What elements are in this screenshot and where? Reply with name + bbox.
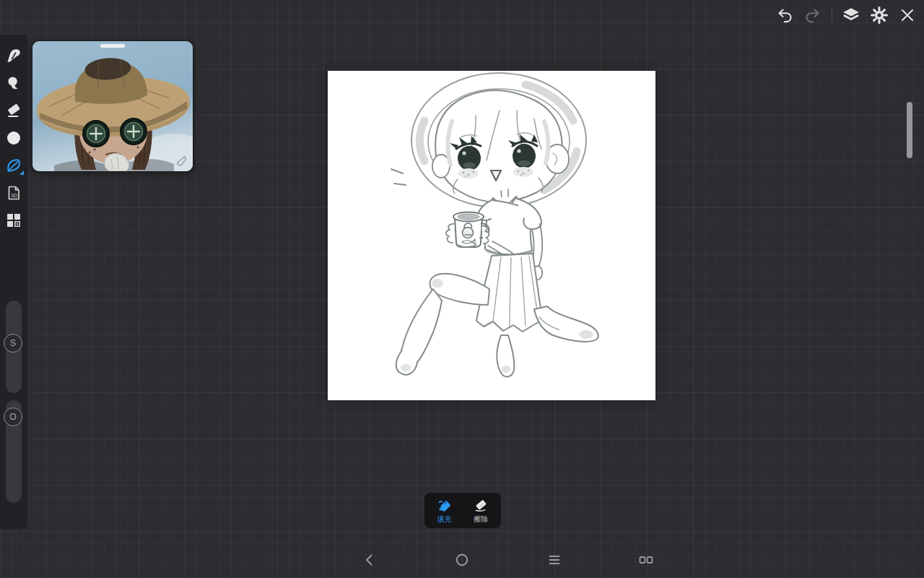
tool-materials[interactable] — [0, 207, 27, 234]
reference-photo — [32, 41, 193, 171]
recents-lines-icon — [547, 553, 562, 567]
top-bar — [775, 4, 917, 26]
tool-pen[interactable] — [0, 42, 27, 69]
document-3d-icon: 3D — [5, 184, 22, 202]
erase-mode-icon — [473, 498, 489, 514]
tool-fill[interactable] — [0, 152, 27, 179]
close-icon — [899, 7, 915, 23]
line-art-illustration — [328, 71, 655, 400]
eraser-icon — [5, 102, 22, 119]
split-screen-icon — [638, 553, 654, 567]
opacity-knob[interactable]: O — [4, 407, 22, 426]
tool-import-3d[interactable]: 3D — [0, 179, 27, 207]
top-bar-divider — [832, 9, 832, 21]
reference-image-panel[interactable] — [32, 40, 193, 172]
fill-mode-button[interactable]: 填充 — [428, 495, 461, 527]
tool-eraser[interactable] — [0, 97, 27, 124]
brush-size-slider[interactable]: S — [6, 301, 22, 393]
pen-nib-icon — [5, 47, 22, 64]
grid-squares-icon — [5, 212, 22, 229]
drawing-canvas[interactable] — [328, 71, 655, 400]
nav-recents-button[interactable] — [542, 548, 567, 572]
erase-mode-label: 擦除 — [474, 515, 488, 523]
fill-mode-label: 填充 — [437, 515, 452, 523]
redo-icon — [804, 7, 821, 24]
settings-button[interactable] — [870, 6, 889, 25]
opacity-slider[interactable]: O — [6, 400, 22, 503]
opacity-knob-label: O — [9, 412, 16, 422]
tool-3d-label: 3D — [11, 193, 17, 198]
nav-home-button[interactable] — [450, 548, 474, 572]
smudge-icon — [5, 74, 22, 92]
layers-icon — [842, 6, 860, 25]
redo-button[interactable] — [803, 6, 822, 25]
brush-size-knob[interactable]: S — [4, 334, 22, 353]
fill-options-toolbar: 填充 擦除 — [424, 493, 501, 528]
brush-size-knob-label: S — [10, 338, 16, 348]
undo-button[interactable] — [775, 6, 794, 25]
smudge-handle-icon[interactable] — [175, 155, 188, 168]
tool-smudge[interactable] — [0, 69, 27, 97]
back-chevron-icon — [362, 553, 377, 567]
tool-options-corner — [19, 171, 24, 175]
tool-color[interactable] — [0, 124, 27, 152]
nav-back-button[interactable] — [357, 548, 382, 572]
layers-button[interactable] — [842, 6, 860, 25]
canvas-scrollbar[interactable] — [907, 102, 912, 158]
close-button[interactable] — [898, 6, 917, 25]
drag-handle[interactable] — [100, 44, 125, 48]
circle-icon — [5, 129, 22, 147]
paint-bucket-icon — [437, 498, 453, 514]
gear-icon — [871, 7, 888, 24]
home-circle-icon — [455, 553, 469, 567]
nav-split-screen-button[interactable] — [634, 548, 658, 572]
erase-mode-button[interactable]: 擦除 — [464, 495, 497, 527]
undo-icon — [776, 7, 793, 24]
